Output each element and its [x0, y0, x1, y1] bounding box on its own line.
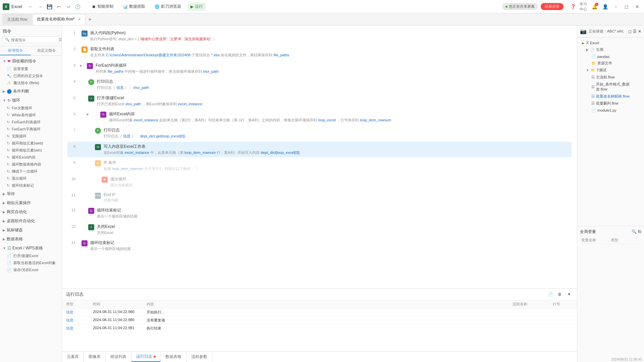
study-icon[interactable]: 学习中心 — [580, 3, 588, 11]
notification-icon[interactable]: 🔔1 — [590, 3, 598, 11]
tree-item-ref[interactable]: ▶ 📄 引用 — [580, 46, 641, 53]
bottom-tab-element-lib[interactable]: 元素库 — [62, 352, 84, 362]
sidebar-item-exit-loop[interactable]: ↻ 退出循环 — [0, 175, 62, 182]
undo-icon[interactable]: ⤺ — [55, 3, 63, 11]
sidebar-item-continue[interactable]: ↻ 继续下一次循环 — [0, 168, 62, 175]
node-excel-open[interactable]: X 打开/新建Excel 打开已有的Excel xlsx_path ，将Exce… — [85, 93, 572, 109]
search-vars-icon[interactable]: 🔍 — [632, 229, 637, 234]
export-log-btn[interactable]: 📄 — [547, 291, 554, 298]
row-num-1: 1 — [67, 28, 75, 35]
sidebar-item-for-count[interactable]: ↻ For次数循环 — [0, 105, 62, 112]
collapse-foreach-btn[interactable]: ▼ — [78, 63, 84, 69]
bottom-tab-image-lib[interactable]: 图像库 — [84, 352, 106, 362]
smart-record-btn[interactable]: ⏺ 智能录制 — [89, 2, 116, 11]
node-if[interactable]: IF IF 条件 如果 loop_item_rownum 大于等于3，则执行以下… — [92, 158, 572, 173]
bottom-tab-error-list[interactable]: 错误列表 — [106, 352, 131, 362]
bottom-tab-run-log[interactable]: 运行日志 — [131, 352, 161, 362]
node-close-excel[interactable]: X 关闭Excel 关闭Excel — [85, 222, 572, 237]
section-condition-header[interactable]: ▶ 🔵 条件判断 — [0, 87, 62, 96]
node-exit-loop[interactable]: ✖ 退出循环 退出当前循环 — [98, 174, 572, 190]
sidebar-close-icon[interactable]: ✕ — [638, 29, 641, 34]
node-foreach[interactable]: ↻ ForEach列表循环 对列表 file_paths 中的每一项进行循环操作… — [84, 61, 572, 76]
data-extract-btn[interactable]: 📊 数据抓取 — [120, 2, 148, 11]
filter-icon[interactable]: ☰ — [59, 38, 62, 42]
sidebar-item-loop-datatable[interactable]: ↻ 循环数据表格内容 — [0, 161, 62, 168]
node-write-excel[interactable]: W 写入内容至Excel工作表 在Excel对象 excel_instance … — [92, 142, 572, 157]
bottom-panel-actions: 📄 🗑 ▼ — [547, 291, 573, 298]
tree-item-excel[interactable]: ▶ X Excel — [580, 40, 641, 46]
sidebar-item-foreach-list[interactable]: ↻ ForEach列表循环 — [0, 119, 62, 126]
forward-icon[interactable]: → — [36, 3, 44, 11]
bottom-tab-flow-params[interactable]: 流程参数 — [186, 352, 212, 362]
sidebar-item-loop-excel[interactable]: ↻ 循环Excel内容 — [0, 154, 62, 161]
section-loop-header[interactable]: ▼ ↻ 循环 — [0, 96, 62, 105]
sidebar-item-magic[interactable]: ✨ 魔法指令 (Beta) — [0, 79, 62, 86]
section-desktop-header[interactable]: ▶ 桌面软件自动化 — [0, 217, 62, 225]
tab-add-btn[interactable]: + — [86, 15, 94, 23]
tree-item-cond-format[interactable]: ☷ 开始_条件格式_数据发.flow — [580, 81, 641, 93]
run-btn[interactable]: ▶ 运行 — [188, 2, 206, 11]
browser-icon: 🌐 — [155, 4, 160, 9]
back-icon[interactable]: ← — [27, 3, 35, 11]
tree-item-batch-delete[interactable]: ☷ 批量删列.flow — [580, 100, 641, 107]
section-wait-header[interactable]: ▶ 等待 — [0, 190, 62, 198]
section-excel-header[interactable]: ▼ ☷ Excel / WPS表格 — [0, 244, 62, 252]
sidebar-item-excel-get[interactable]: 📄 获取当前激活的Excel对象 — [0, 259, 62, 266]
save-icon[interactable]: 💾 — [46, 3, 54, 11]
node-body-11: End IF 结束判断 — [104, 192, 568, 203]
sidebar-item-excel-open[interactable]: 📄 打开/新建Excel — [0, 252, 62, 259]
tree-item-main-flow[interactable]: ☷ 主流程.flow — [580, 74, 641, 81]
node-loop-end-1[interactable]: ↻ 循环结束标记 表示一个循环区域的结尾 — [85, 205, 572, 221]
collapse-panel-btn[interactable]: ▼ — [566, 291, 573, 298]
sidebar-item-custom-func[interactable]: 🔧 已用的自定义指令 — [0, 72, 62, 79]
collapse-excel-loop-btn[interactable]: ▼ — [85, 112, 90, 117]
bottom-tab-data-table[interactable]: 数据表格 — [161, 352, 186, 362]
tab-close-icon[interactable]: ✕ — [78, 17, 81, 21]
node-print-2[interactable]: P 打印日志 打印日志（ 信息 ）： dept_dict.get(loop_ex… — [92, 125, 572, 141]
node-loop-end-2[interactable]: ↻ 循环结束标记 表示一个循环区域的结尾 — [78, 238, 572, 253]
sidebar-item-loop-web[interactable]: ↻ 循环相似元素(web) — [0, 140, 62, 147]
add-var-icon[interactable]: fo — [638, 229, 641, 234]
tree-item-pandas[interactable]: 📄 pandas — [580, 53, 641, 60]
tree-item-resource[interactable]: 📁 资源文件 — [580, 60, 641, 67]
search-input[interactable] — [11, 38, 57, 42]
redo-icon[interactable]: ⤻ — [64, 3, 72, 11]
tab-main-flow[interactable]: 主流程.flow — [3, 14, 32, 25]
tab-batch-rename[interactable]: 批量改名称昵称.flow* ✕ — [33, 14, 85, 25]
tree-item-batch-rename[interactable]: ☷ 批量改名称昵称.flow — [580, 93, 641, 100]
node-file-list[interactable]: 📄 获取文件列表 在文件夹 C:\Users\Administrator\Des… — [78, 44, 572, 60]
sidebar-item-foreach-dict[interactable]: ↻ ForEach字典循环 — [0, 126, 62, 133]
sidebar-list-icon[interactable]: ☰ — [633, 29, 637, 34]
help-icon[interactable]: ❓ — [569, 3, 577, 11]
sidebar-item-while[interactable]: ↻ While条件循环 — [0, 112, 62, 119]
minimize-icon[interactable]: − — [612, 3, 620, 11]
close-icon[interactable]: ✕ — [633, 3, 641, 11]
end-share-btn[interactable]: 结束共享 — [541, 3, 564, 10]
section-web-header[interactable]: ▶ 网页自动化 — [0, 208, 62, 216]
sidebar-tab-standard[interactable]: 标准指令 — [0, 46, 31, 55]
section-favorites-header[interactable]: ▼ ❤ 我收藏的指令 — [0, 57, 62, 65]
sidebar-item-infinite-loop[interactable]: ↻ 无限循环 — [0, 133, 62, 140]
print-2-icon: P — [95, 128, 101, 134]
section-kb-header[interactable]: ▶ 鼠标键盘 — [0, 226, 62, 234]
sidebar-item-loop-win[interactable]: ↻ 循环相似元素(win) — [0, 147, 62, 154]
sidebar-item-excel-save[interactable]: 📄 保存/另存Excel — [0, 266, 62, 274]
sidebar-window-icon[interactable]: ◻ — [628, 29, 632, 34]
sidebar-item-loop-end[interactable]: ↻ 循环结束标记 — [0, 182, 62, 189]
sidebar-item-set-var[interactable]: 📄 设置变量 — [0, 65, 62, 72]
node-python[interactable]: Py 插入代码段(Python) 执行Python语句: dept_dict =… — [78, 28, 572, 44]
user-icon[interactable]: 👤 — [601, 3, 609, 11]
sidebar-tab-custom[interactable]: 自定义指令 — [31, 46, 62, 55]
history-icon[interactable]: 🕐 — [74, 3, 82, 11]
node-print-1[interactable]: P 打印日志 打印日志（ 信息 ）： xlsx_path — [85, 77, 572, 92]
tree-item-ttest[interactable]: ▼ 📁 T测试 — [580, 67, 641, 74]
section-dt-header[interactable]: ▶ 数据表格 — [0, 235, 62, 243]
maximize-icon[interactable]: ◻ — [623, 3, 631, 11]
section-similar-header[interactable]: ▶ 相似元素操作 — [0, 199, 62, 207]
shadow-browser-btn[interactable]: 🌐 影刃浏览器 — [152, 2, 184, 11]
node-end-if[interactable]: END End IF 结束判断 — [92, 190, 572, 205]
tree-item-module1[interactable]: 📄 module1.py — [580, 107, 641, 113]
node-desc-3: 对列表 file_paths 中的每一项进行循环操作，将当前循环项保存到 xls… — [96, 69, 568, 74]
clear-log-btn[interactable]: 🗑 — [556, 291, 564, 298]
node-excel-loop[interactable]: ↻ 循环Excel内容 循环Excel对象 excel_instance 起始单… — [97, 109, 572, 125]
